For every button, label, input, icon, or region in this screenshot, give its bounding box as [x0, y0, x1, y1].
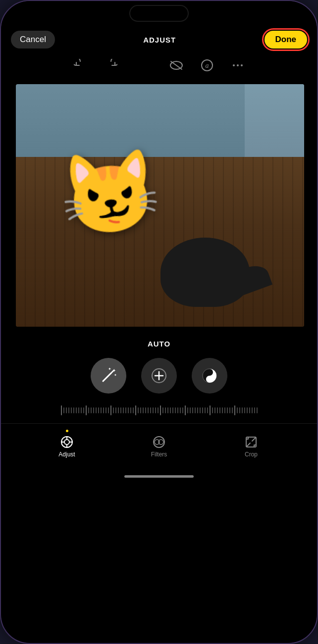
adjust-tab-label: Adjust [58, 451, 75, 458]
status-bar [1, 1, 317, 26]
svg-line-7 [103, 373, 111, 381]
add-button[interactable] [141, 358, 177, 394]
wand-icon: ✦ ✦ ✦ [99, 366, 118, 385]
svg-line-28 [252, 438, 255, 441]
svg-point-4 [233, 64, 235, 66]
svg-text:✦: ✦ [112, 368, 116, 373]
phone-frame: Cancel ADJUST Done [0, 0, 318, 644]
yin-yang-icon [201, 367, 218, 385]
auto-label: AUTO [1, 340, 317, 348]
toolbar: Cancel ADJUST Done [1, 26, 317, 53]
edit-tools-bar: a [1, 53, 317, 79]
more-button[interactable] [230, 57, 246, 73]
svg-line-29 [247, 443, 250, 446]
svg-point-17 [208, 378, 212, 381]
filters-tab-icon [152, 435, 166, 449]
crop-tab-icon [244, 435, 258, 449]
home-indicator [1, 468, 317, 485]
tab-bar: Adjust Filters [1, 423, 317, 468]
tone-button[interactable] [192, 358, 227, 394]
tab-adjust[interactable]: Adjust [50, 430, 84, 458]
bottom-controls: AUTO ✦ ✦ ✦ [1, 332, 317, 485]
svg-text:✦: ✦ [114, 373, 117, 377]
redo-button[interactable] [103, 57, 119, 73]
cat-emoji-overlay: 😼 [57, 149, 162, 237]
done-button[interactable]: Done [265, 31, 308, 49]
svg-point-19 [64, 440, 69, 445]
edit-mode-label: ADJUST [143, 36, 176, 44]
svg-text:a: a [206, 62, 209, 69]
slider-track [1, 405, 317, 415]
done-button-wrapper: Done [265, 31, 308, 49]
auto-enhance-button[interactable]: ✦ ✦ ✦ [91, 358, 126, 394]
svg-point-6 [241, 64, 243, 66]
plus-icon [150, 367, 168, 385]
tab-crop[interactable]: Crop [234, 435, 268, 458]
photo-display: 😼 [16, 84, 304, 327]
photo-container: 😼 [1, 79, 317, 332]
crop-tab-label: Crop [245, 451, 258, 458]
home-bar [124, 475, 194, 478]
cancel-button[interactable]: Cancel [11, 31, 55, 49]
svg-point-16 [208, 371, 212, 374]
dynamic-island [129, 5, 189, 22]
svg-point-24 [154, 437, 164, 447]
hide-original-button[interactable] [168, 57, 184, 73]
undo-button[interactable] [72, 57, 88, 73]
markup-button[interactable]: a [199, 57, 215, 73]
adjust-active-dot [66, 430, 68, 432]
tab-filters[interactable]: Filters [142, 435, 176, 458]
svg-point-5 [237, 64, 239, 66]
screen: Cancel ADJUST Done [1, 1, 317, 643]
adjust-tab-icon [60, 435, 74, 449]
action-buttons: ✦ ✦ ✦ [1, 358, 317, 394]
adjustment-slider[interactable] [1, 401, 317, 419]
svg-text:✦: ✦ [108, 367, 111, 371]
filters-tab-label: Filters [151, 451, 167, 458]
